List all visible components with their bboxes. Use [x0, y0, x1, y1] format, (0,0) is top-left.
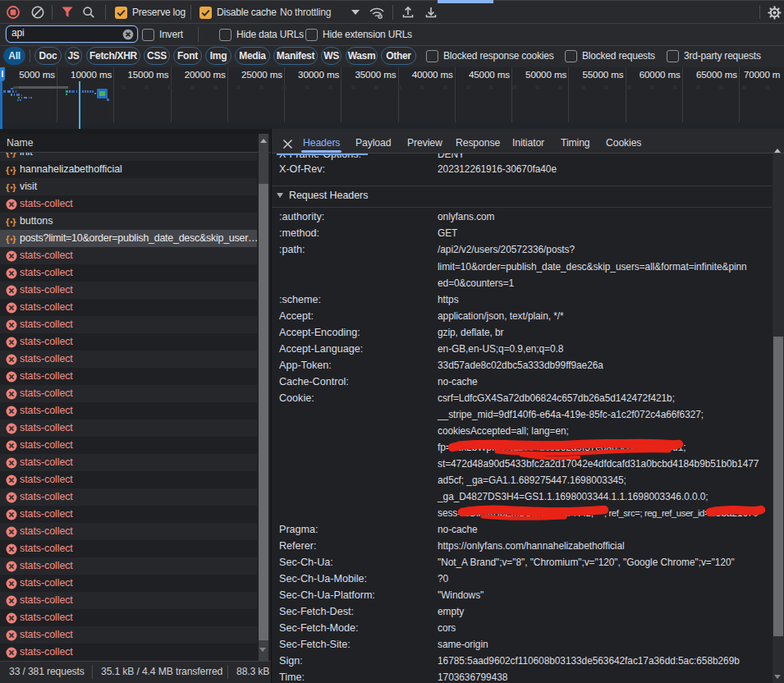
svg-text:{: { [6, 217, 10, 227]
svg-text:{: { [6, 182, 10, 192]
svg-text:{: { [6, 234, 10, 244]
svg-text:}: } [12, 182, 16, 192]
svg-text:}: } [12, 217, 16, 227]
svg-text:}: } [12, 234, 16, 244]
svg-text:}: } [12, 153, 16, 158]
svg-text:{: { [6, 153, 10, 158]
svg-text:}: } [12, 165, 16, 175]
svg-text:{: { [6, 165, 10, 175]
